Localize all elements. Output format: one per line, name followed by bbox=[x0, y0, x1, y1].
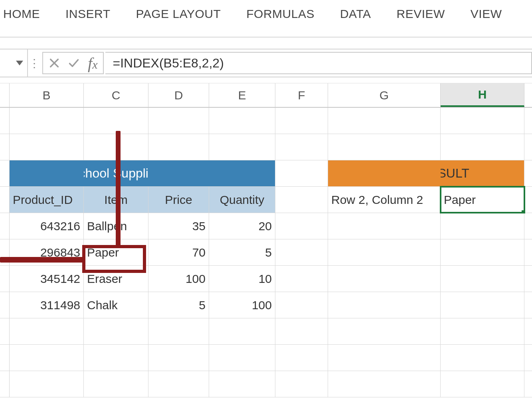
cell[interactable] bbox=[209, 345, 275, 371]
cell-price[interactable]: 35 bbox=[148, 213, 209, 239]
cell[interactable] bbox=[10, 371, 84, 397]
cell[interactable] bbox=[328, 345, 441, 371]
table-title[interactable] bbox=[148, 160, 209, 186]
tab-insert[interactable]: INSERT bbox=[65, 7, 110, 21]
cell[interactable] bbox=[328, 134, 441, 160]
cell[interactable] bbox=[275, 318, 328, 344]
cell[interactable] bbox=[275, 239, 328, 265]
cell[interactable] bbox=[209, 318, 275, 344]
cell-price[interactable]: 100 bbox=[148, 266, 209, 292]
table-row bbox=[0, 318, 532, 345]
col-header-C[interactable]: C bbox=[84, 83, 148, 107]
th-price[interactable]: Price bbox=[148, 187, 209, 213]
cell[interactable] bbox=[328, 318, 441, 344]
result-title[interactable]: RESULT bbox=[441, 160, 524, 186]
cell[interactable] bbox=[275, 213, 328, 239]
cell[interactable] bbox=[84, 108, 148, 134]
enter-icon[interactable] bbox=[67, 57, 81, 69]
annotation-line-vertical bbox=[116, 131, 121, 247]
cell-product-id[interactable]: 311498 bbox=[10, 292, 84, 318]
cell[interactable] bbox=[10, 345, 84, 371]
cell[interactable] bbox=[148, 108, 209, 134]
tab-view[interactable]: VIEW bbox=[471, 7, 502, 21]
cell[interactable] bbox=[275, 371, 328, 397]
cell[interactable] bbox=[10, 108, 84, 134]
cell[interactable] bbox=[441, 134, 524, 160]
cell[interactable] bbox=[10, 134, 84, 160]
table-row bbox=[0, 134, 532, 160]
tab-data[interactable]: DATA bbox=[340, 7, 371, 21]
cell[interactable] bbox=[275, 292, 328, 318]
result-title[interactable] bbox=[328, 160, 441, 186]
col-header-D[interactable]: D bbox=[148, 83, 209, 107]
cell[interactable] bbox=[441, 108, 524, 134]
cell[interactable] bbox=[275, 108, 328, 134]
cell-qty[interactable]: 5 bbox=[209, 239, 275, 265]
cell[interactable] bbox=[441, 239, 524, 265]
cell[interactable] bbox=[275, 345, 328, 371]
cell[interactable] bbox=[275, 187, 328, 213]
tab-formulas[interactable]: FORMULAS bbox=[246, 7, 314, 21]
cell[interactable] bbox=[275, 160, 328, 186]
col-header-H[interactable]: H bbox=[441, 83, 524, 107]
select-all-corner[interactable] bbox=[0, 83, 10, 107]
table-row: 311498 Chalk 5 100 bbox=[0, 292, 532, 318]
cell-product-id[interactable]: 643216 bbox=[10, 213, 84, 239]
column-headers: B C D E F G H bbox=[0, 83, 532, 108]
table-title[interactable] bbox=[209, 160, 275, 186]
cell[interactable] bbox=[148, 318, 209, 344]
cell[interactable] bbox=[441, 318, 524, 344]
cell[interactable] bbox=[10, 318, 84, 344]
cell[interactable] bbox=[441, 213, 524, 239]
cell[interactable] bbox=[328, 213, 441, 239]
cell[interactable] bbox=[209, 134, 275, 160]
cell-price[interactable]: 5 bbox=[148, 292, 209, 318]
cell-product-id[interactable]: 345142 bbox=[10, 266, 84, 292]
result-value-cell[interactable]: Paper bbox=[441, 187, 524, 213]
th-quantity[interactable]: Quantity bbox=[209, 187, 275, 213]
cell[interactable] bbox=[441, 266, 524, 292]
cell[interactable] bbox=[328, 292, 441, 318]
cell-qty[interactable]: 10 bbox=[209, 266, 275, 292]
result-label[interactable]: Row 2, Column 2 bbox=[328, 187, 441, 213]
cell[interactable] bbox=[148, 371, 209, 397]
spreadsheet-grid: School Supplies RESULT Product_ID Item P… bbox=[0, 108, 532, 397]
col-header-B[interactable]: B bbox=[10, 83, 84, 107]
cell[interactable] bbox=[441, 371, 524, 397]
fx-icon[interactable]: fx bbox=[88, 54, 97, 73]
col-header-E[interactable]: E bbox=[209, 83, 275, 107]
name-box-dropdown[interactable] bbox=[0, 49, 28, 77]
cell-price[interactable]: 70 bbox=[148, 239, 209, 265]
cell[interactable] bbox=[328, 371, 441, 397]
col-header-F[interactable]: F bbox=[275, 83, 328, 107]
cell[interactable] bbox=[441, 292, 524, 318]
cell[interactable] bbox=[148, 345, 209, 371]
tab-home[interactable]: HOME bbox=[3, 7, 40, 21]
cell-qty[interactable]: 100 bbox=[209, 292, 275, 318]
cell[interactable] bbox=[84, 345, 148, 371]
tab-review[interactable]: REVIEW bbox=[397, 7, 445, 21]
table-row: 643216 Ballpen 35 20 bbox=[0, 213, 532, 239]
cell[interactable] bbox=[328, 239, 441, 265]
dropdown-icon bbox=[16, 61, 23, 65]
th-product-id[interactable]: Product_ID bbox=[10, 187, 84, 213]
cell[interactable] bbox=[84, 318, 148, 344]
cell[interactable] bbox=[209, 108, 275, 134]
cell[interactable] bbox=[209, 371, 275, 397]
cell-item[interactable]: Chalk bbox=[84, 292, 148, 318]
cancel-icon[interactable] bbox=[49, 57, 60, 69]
table-row: School Supplies RESULT bbox=[0, 160, 532, 187]
cell[interactable] bbox=[441, 345, 524, 371]
cell[interactable] bbox=[275, 134, 328, 160]
tab-page-layout[interactable]: PAGE LAYOUT bbox=[136, 7, 221, 21]
cell-qty[interactable]: 20 bbox=[209, 213, 275, 239]
cell[interactable] bbox=[275, 266, 328, 292]
ribbon-tabs: HOME INSERT PAGE LAYOUT FORMULAS DATA RE… bbox=[0, 0, 532, 38]
cell[interactable] bbox=[328, 266, 441, 292]
table-title[interactable] bbox=[10, 160, 84, 186]
col-header-G[interactable]: G bbox=[328, 83, 441, 107]
cell[interactable] bbox=[84, 371, 148, 397]
formula-input[interactable]: =INDEX(B5:E8,2,2) bbox=[105, 52, 532, 74]
cell[interactable] bbox=[148, 134, 209, 160]
cell[interactable] bbox=[328, 108, 441, 134]
